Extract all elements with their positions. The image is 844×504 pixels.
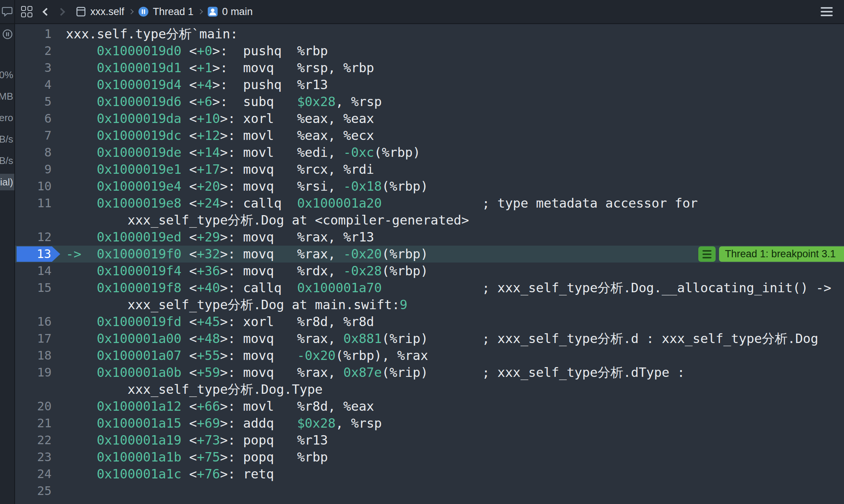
- breadcrumb-item-thread-1[interactable]: Thread 1: [138, 6, 193, 18]
- hamburger-icon: [821, 7, 833, 9]
- line-number[interactable]: 9: [15, 161, 52, 178]
- disasm-row[interactable]: 15 0x1000019f8 <+40>: callq 0x100001a70 …: [15, 279, 844, 296]
- disasm-row[interactable]: 16 0x1000019fd <+45>: xorl %r8d, %r8d: [15, 313, 844, 330]
- debug-gauge-item[interactable]: ero: [0, 109, 13, 126]
- disasm-row[interactable]: 23 0x100001a1b <+75>: popq %rbp: [15, 449, 844, 466]
- debug-gauge-item[interactable]: MB: [0, 88, 13, 105]
- line-number[interactable]: 2: [15, 43, 52, 59]
- menu-button[interactable]: [821, 7, 833, 16]
- breakpoint-marker[interactable]: 13: [17, 246, 60, 262]
- speech-bubble-icon[interactable]: [2, 7, 12, 17]
- disasm-row[interactable]: 21 0x100001a15 <+69>: addq $0x28, %rsp: [15, 415, 844, 432]
- line-number[interactable]: 19: [15, 364, 52, 381]
- debug-gauge-item[interactable]: 0%: [0, 67, 13, 83]
- disasm-text: 0x1000019ed <+29>: movq %rax, %r13: [66, 229, 374, 246]
- back-button[interactable]: [43, 8, 50, 15]
- line-number[interactable]: 5: [15, 93, 52, 110]
- disasm-row[interactable]: xxx_self_type分析.Dog at <compiler-generat…: [15, 212, 844, 229]
- breadcrumb-separator-icon: [128, 9, 134, 14]
- disasm-text: 0x1000019da <+10>: xorl %eax, %eax: [66, 110, 374, 127]
- code-rows: 1xxx.self.type分析`main:2 0x1000019d0 <+0>…: [15, 26, 844, 499]
- line-number[interactable]: 4: [15, 76, 52, 93]
- debug-gauge-item[interactable]: B/s: [0, 152, 13, 169]
- disasm-row[interactable]: 3 0x1000019d1 <+1>: movq %rsp, %rbp: [15, 59, 844, 76]
- debug-navigator-strip: 0%MBeroB/sB/sial): [0, 24, 15, 504]
- disasm-text: 0x1000019dc <+12>: movl %eax, %ecx: [66, 127, 374, 144]
- breadcrumb-label: Thread 1: [153, 6, 193, 18]
- line-number[interactable]: 18: [15, 347, 52, 364]
- disasm-row[interactable]: 12 0x1000019ed <+29>: movq %rax, %r13: [15, 229, 844, 246]
- line-number[interactable]: 3: [15, 59, 52, 76]
- disasm-row[interactable]: 5 0x1000019d6 <+6>: subq $0x28, %rsp: [15, 93, 844, 110]
- debug-gauge-item[interactable]: ial): [0, 174, 13, 190]
- disasm-row[interactable]: 20 0x100001a12 <+66>: movl %r8d, %eax: [15, 398, 844, 415]
- disasm-text: 0x1000019e8 <+24>: callq 0x100001a20 ; t…: [66, 195, 698, 212]
- disasm-row[interactable]: 22 0x100001a19 <+73>: popq %r13: [15, 432, 844, 449]
- thread-icon: [138, 6, 149, 17]
- line-number[interactable]: 24: [15, 466, 52, 483]
- disasm-row[interactable]: xxx_self_type分析.Dog at main.swift:9: [15, 296, 844, 313]
- line-number[interactable]: 15: [15, 279, 52, 296]
- line-number: 13: [37, 246, 51, 262]
- disasm-row[interactable]: 4 0x1000019d4 <+4>: pushq %r13: [15, 76, 844, 93]
- disasm-row-current[interactable]: 13-> 0x1000019f0 <+32>: movq %rax, -0x20…: [15, 246, 844, 263]
- line-number[interactable]: 1: [15, 26, 52, 43]
- window-layout-icon[interactable]: [21, 6, 32, 17]
- breadcrumb-separator-icon: [198, 9, 203, 14]
- disasm-row[interactable]: 19 0x100001a0b <+59>: movq %rax, 0x87e(%…: [15, 364, 844, 381]
- disasm-row[interactable]: 18 0x100001a07 <+55>: movq -0x20(%rbp), …: [15, 347, 844, 364]
- disasm-text: xxx.self.type分析`main:: [66, 26, 238, 43]
- disasm-text: 0x100001a0b <+59>: movq %rax, 0x87e(%rip…: [66, 364, 685, 381]
- line-number[interactable]: 20: [15, 398, 52, 415]
- disasm-row[interactable]: 7 0x1000019dc <+12>: movl %eax, %ecx: [15, 127, 844, 144]
- disasm-row[interactable]: 9 0x1000019e1 <+17>: movq %rcx, %rdi: [15, 161, 844, 178]
- line-number[interactable]: 10: [15, 178, 52, 195]
- line-number[interactable]: 7: [15, 127, 52, 144]
- disasm-text: -> 0x1000019f0 <+32>: movq %rax, -0x20(%…: [66, 246, 428, 263]
- disasm-text: 0x100001a07 <+55>: movq -0x20(%rbp), %ra…: [66, 347, 428, 364]
- menu-lines-icon: [698, 246, 716, 262]
- disasm-row[interactable]: 1xxx.self.type分析`main:: [15, 26, 844, 43]
- line-number[interactable]: 11: [15, 195, 52, 212]
- breadcrumb-item-0-main[interactable]: 0 main: [207, 6, 253, 18]
- disasm-row[interactable]: 24 0x100001a1c <+76>: retq: [15, 466, 844, 483]
- disasm-row[interactable]: 25: [15, 483, 844, 499]
- disasm-row[interactable]: 14 0x1000019f4 <+36>: movq %rdx, -0x28(%…: [15, 263, 844, 279]
- line-number[interactable]: [15, 296, 52, 313]
- forward-button[interactable]: [57, 8, 65, 15]
- line-number[interactable]: 12: [15, 229, 52, 246]
- debug-gauge-item[interactable]: B/s: [0, 131, 13, 147]
- disasm-text: 0x1000019f8 <+40>: callq 0x100001a70 ; x…: [66, 279, 831, 296]
- disasm-row[interactable]: 17 0x100001a00 <+48>: movq %rax, 0x881(%…: [15, 330, 844, 347]
- disasm-row[interactable]: 6 0x1000019da <+10>: xorl %eax, %eax: [15, 110, 844, 127]
- line-number[interactable]: 16: [15, 313, 52, 330]
- breadcrumb-label: 0 main: [222, 6, 253, 18]
- disasm-text: 0x1000019d0 <+0>: pushq %rbp: [66, 43, 328, 59]
- line-number[interactable]: [15, 212, 52, 229]
- line-number[interactable]: [15, 381, 52, 398]
- disasm-text: 0x100001a1b <+75>: popq %rbp: [66, 449, 328, 466]
- breadcrumb-item-xxx-self[interactable]: xxx.self: [75, 6, 124, 18]
- disasm-row[interactable]: xxx_self_type分析.Dog.Type: [15, 381, 844, 398]
- disasm-text: 0x100001a00 <+48>: movq %rax, 0x881(%rip…: [66, 330, 818, 347]
- disasm-text: 0x1000019f4 <+36>: movq %rdx, -0x28(%rbp…: [66, 263, 428, 279]
- file-icon: [75, 6, 87, 17]
- disasm-text: 0x1000019d1 <+1>: movq %rsp, %rbp: [66, 59, 374, 76]
- line-number[interactable]: 17: [15, 330, 52, 347]
- disasm-text: 0x1000019e1 <+17>: movq %rcx, %rdi: [66, 161, 374, 178]
- line-number[interactable]: 23: [15, 449, 52, 466]
- disasm-row[interactable]: 2 0x1000019d0 <+0>: pushq %rbp: [15, 43, 844, 59]
- line-number[interactable]: 22: [15, 432, 52, 449]
- pause-circle-icon[interactable]: [2, 29, 13, 39]
- disassembly-editor[interactable]: 1xxx.self.type分析`main:2 0x1000019d0 <+0>…: [15, 24, 844, 504]
- disasm-row[interactable]: 10 0x1000019e4 <+20>: movq %rsi, -0x18(%…: [15, 178, 844, 195]
- line-number[interactable]: 6: [15, 110, 52, 127]
- disasm-row[interactable]: 11 0x1000019e8 <+24>: callq 0x100001a20 …: [15, 195, 844, 212]
- line-number[interactable]: 14: [15, 263, 52, 279]
- disasm-text: xxx_self_type分析.Dog at <compiler-generat…: [66, 212, 469, 229]
- line-number[interactable]: 8: [15, 144, 52, 161]
- breakpoint-badge[interactable]: Thread 1: breakpoint 3.1: [698, 246, 844, 262]
- disasm-row[interactable]: 8 0x1000019de <+14>: movl %edi, -0xc(%rb…: [15, 144, 844, 161]
- line-number[interactable]: 25: [15, 483, 52, 499]
- line-number[interactable]: 21: [15, 415, 52, 432]
